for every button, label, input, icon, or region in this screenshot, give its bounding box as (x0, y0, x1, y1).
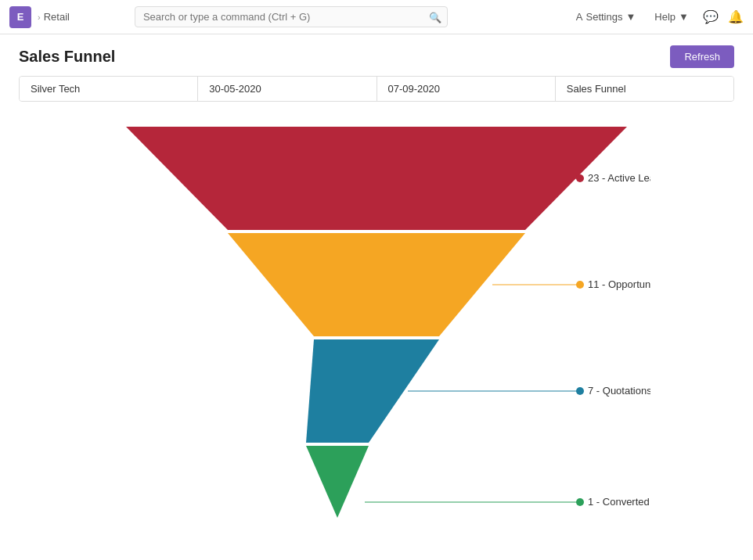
filter-bar: Silver Tech 30-05-2020 07-09-2020 Sales … (19, 76, 734, 102)
breadcrumb-chevron: › (38, 13, 41, 22)
filter-type[interactable]: Sales Funnel (556, 77, 733, 101)
settings-icon: A (576, 11, 583, 23)
page-header: Sales Funnel Refresh (0, 34, 753, 76)
filter-date-from[interactable]: 30-05-2020 (198, 77, 376, 101)
settings-button[interactable]: A Settings ▼ (571, 8, 641, 26)
search-input[interactable] (135, 6, 448, 27)
bell-icon[interactable]: 🔔 (728, 9, 744, 24)
legend-dot-active-leads (576, 174, 584, 182)
navbar-actions: A Settings ▼ Help ▼ 💬 🔔 (571, 8, 744, 26)
funnel-chart: 23 - Active Leads 11 - Opportunities 7 -… (103, 127, 650, 549)
legend-label-active-leads: 23 - Active Leads (588, 172, 650, 184)
funnel-segment-converted (306, 446, 369, 518)
filter-company[interactable]: Silver Tech (20, 77, 198, 101)
page-title: Sales Funnel (19, 48, 115, 66)
legend-dot-quotations (576, 387, 584, 395)
search-bar[interactable]: 🔍 (135, 6, 448, 27)
refresh-button[interactable]: Refresh (670, 45, 734, 68)
app-logo[interactable]: E (9, 6, 31, 28)
breadcrumb-app: Retail (44, 11, 70, 23)
funnel-area: 23 - Active Leads 11 - Opportunities 7 -… (0, 111, 753, 560)
legend-dot-opportunities (576, 281, 584, 289)
breadcrumb: › Retail (38, 11, 70, 23)
legend-dot-converted (576, 498, 584, 506)
search-icon: 🔍 (429, 11, 441, 23)
legend-label-quotations: 7 - Quotations (588, 385, 650, 397)
legend-label-opportunities: 11 - Opportunities (588, 278, 650, 290)
help-chevron: ▼ (679, 11, 689, 23)
navbar: E › Retail 🔍 A Settings ▼ Help ▼ 💬 🔔 (0, 0, 753, 34)
help-button[interactable]: Help ▼ (650, 8, 694, 26)
funnel-segment-opportunities (228, 233, 525, 336)
funnel-svg: 23 - Active Leads 11 - Opportunities 7 -… (103, 127, 650, 549)
chat-icon[interactable]: 💬 (703, 9, 719, 24)
legend-label-converted: 1 - Converted (588, 496, 650, 508)
filter-date-to[interactable]: 07-09-2020 (377, 77, 556, 101)
settings-chevron: ▼ (625, 11, 636, 23)
